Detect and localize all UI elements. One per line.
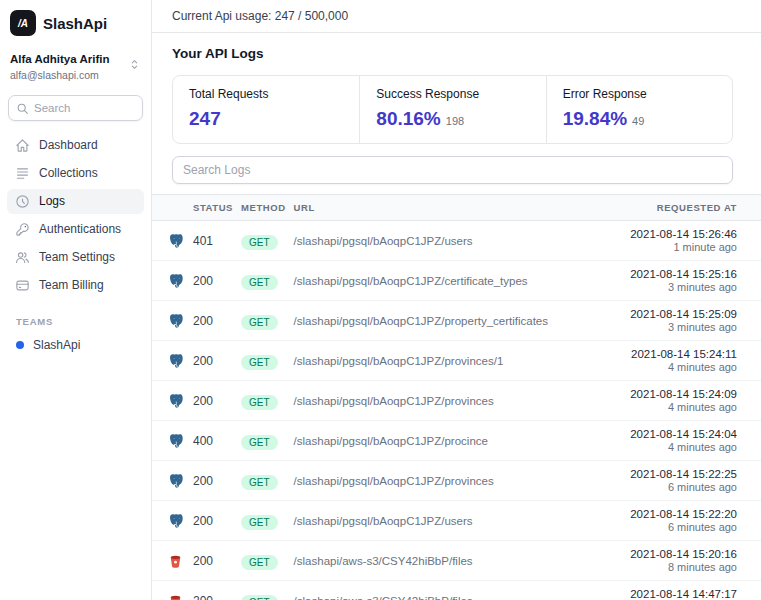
method-badge: GET [241,235,278,250]
requested-relative-time: 8 minutes ago [595,561,737,573]
logs-table-header-row: STATUS METHOD URL REQUESTED AT [152,195,761,221]
status-code: 200 [189,341,237,381]
stat-success-count: 198 [446,115,464,127]
logs-search [172,156,733,184]
status-code: 401 [189,221,237,261]
sidebar-search [8,95,143,121]
method-badge: GET [241,555,278,570]
method-badge: GET [241,475,278,490]
log-row[interactable]: 200 GET /slashapi/pgsql/bAoqpC1JPZ/users… [152,501,761,541]
stat-total-requests-value: 247 [189,108,343,130]
logs-table: STATUS METHOD URL REQUESTED AT [152,194,761,600]
request-url: /slashapi/pgsql/bAoqpC1JPZ/procince [290,421,591,461]
log-row[interactable]: 200 GET /slashapi/pgsql/bAoqpC1JPZ/certi… [152,261,761,301]
log-row[interactable]: 200 GET /slashapi/pgsql/bAoqpC1JPZ/provi… [152,461,761,501]
sidebar: /A SlashApi Alfa Adhitya Arifin alfa@sla… [0,0,152,600]
requested-timestamp: 2021-08-14 15:22:20 [595,508,737,520]
account-switcher[interactable]: Alfa Adhitya Arifin alfa@slashapi.com [0,44,151,87]
app-window: /A SlashApi Alfa Adhitya Arifin alfa@sla… [0,0,761,600]
stat-total-requests: Total Requests 247 [173,76,359,143]
postgresql-icon [168,353,185,370]
user-name: Alfa Adhitya Arifin [10,52,109,68]
sidebar-item-team-billing[interactable]: Team Billing [7,273,144,298]
sidebar-item-authentications[interactable]: Authentications [7,217,144,242]
sidebar-item-collections[interactable]: Collections [7,161,144,186]
users-icon [15,250,30,265]
stat-success-response: Success Response 80.16%198 [359,76,545,143]
requested-relative-time: 4 minutes ago [595,441,737,453]
aws-s3-icon [168,554,183,569]
log-row[interactable]: 200 GET /slashapi/pgsql/bAoqpC1JPZ/provi… [152,341,761,381]
requested-timestamp: 2021-08-14 15:24:11 [595,348,737,360]
request-url: /slashapi/pgsql/bAoqpC1JPZ/users [290,221,591,261]
requested-relative-time: 3 minutes ago [595,281,737,293]
request-url: /slashapi/pgsql/bAoqpC1JPZ/provinces [290,461,591,501]
method-badge: GET [241,275,278,290]
status-code: 200 [189,461,237,501]
log-row[interactable]: 200 GET /slashapi/pgsql/bAoqpC1JPZ/prope… [152,301,761,341]
postgresql-icon [168,393,185,410]
request-url: /slashapi/pgsql/bAoqpC1JPZ/provinces/1 [290,341,591,381]
requested-relative-time: 6 minutes ago [595,521,737,533]
request-url: /slashapi/pgsql/bAoqpC1JPZ/users [290,501,591,541]
api-usage-bar: Current Api usage: 247 / 500,000 [152,0,761,33]
requested-timestamp: 2021-08-14 15:25:09 [595,308,737,320]
sidebar-nav: Dashboard Collections Logs Authenticatio… [0,133,151,298]
status-code: 200 [189,261,237,301]
api-usage-text: Current Api usage: 247 / 500,000 [172,9,348,23]
key-icon [15,222,30,237]
log-row[interactable]: 200 GET /slashapi/aws-s3/CSY42hiBbP/file… [152,581,761,600]
postgresql-icon [168,233,185,250]
log-row[interactable]: 200 GET /slashapi/aws-s3/CSY42hiBbP/file… [152,541,761,581]
credit-card-icon [15,278,30,293]
log-row[interactable]: 401 GET /slashapi/pgsql/bAoqpC1JPZ/users… [152,221,761,261]
stat-success-response-value: 80.16%198 [376,108,529,130]
log-row[interactable]: 400 GET /slashapi/pgsql/bAoqpC1JPZ/proci… [152,421,761,461]
search-icon [16,101,29,119]
header-service-icon [152,195,189,221]
stat-error-response: Error Response 19.84%49 [546,76,732,143]
stat-error-response-value: 19.84%49 [563,108,716,130]
sidebar-item-team-settings[interactable]: Team Settings [7,245,144,270]
brand-name: SlashApi [43,15,107,32]
status-code: 200 [189,581,237,600]
postgresql-icon [168,273,185,290]
requested-relative-time: 1 minute ago [595,241,737,253]
logs-search-input[interactable] [172,156,733,184]
request-url: /slashapi/pgsql/bAoqpC1JPZ/property_cert… [290,301,591,341]
app-logo-icon: /A [10,10,36,36]
requested-timestamp: 2021-08-14 15:26:46 [595,228,737,240]
status-code: 200 [189,381,237,421]
method-badge: GET [241,515,278,530]
postgresql-icon [168,433,185,450]
status-code: 200 [189,301,237,341]
team-dot-icon [16,341,24,349]
log-row[interactable]: 200 GET /slashapi/pgsql/bAoqpC1JPZ/provi… [152,381,761,421]
clock-icon [15,194,30,209]
method-badge: GET [241,355,278,370]
requested-timestamp: 2021-08-14 14:47:17 [595,588,737,600]
chevron-updown-icon [128,57,141,75]
header-method: METHOD [237,195,290,221]
requested-timestamp: 2021-08-14 15:24:09 [595,388,737,400]
team-item-slashapi[interactable]: SlashApi [0,334,151,356]
postgresql-icon [168,313,185,330]
requested-relative-time: 4 minutes ago [595,361,737,373]
status-code: 200 [189,501,237,541]
sidebar-item-dashboard[interactable]: Dashboard [7,133,144,158]
postgresql-icon [168,513,185,530]
logs-table-body: 401 GET /slashapi/pgsql/bAoqpC1JPZ/users… [152,221,761,600]
page-title: Your API Logs [172,46,733,61]
status-code: 400 [189,421,237,461]
collections-icon [15,166,30,181]
postgresql-icon [168,473,185,490]
aws-s3-icon [168,594,183,600]
brand[interactable]: /A SlashApi [0,8,151,44]
method-badge: GET [241,315,278,330]
sidebar-item-logs[interactable]: Logs [7,189,144,214]
requested-timestamp: 2021-08-14 15:25:16 [595,268,737,280]
status-code: 200 [189,541,237,581]
method-badge: GET [241,395,278,410]
header-status: STATUS [189,195,237,221]
requested-timestamp: 2021-08-14 15:20:16 [595,548,737,560]
